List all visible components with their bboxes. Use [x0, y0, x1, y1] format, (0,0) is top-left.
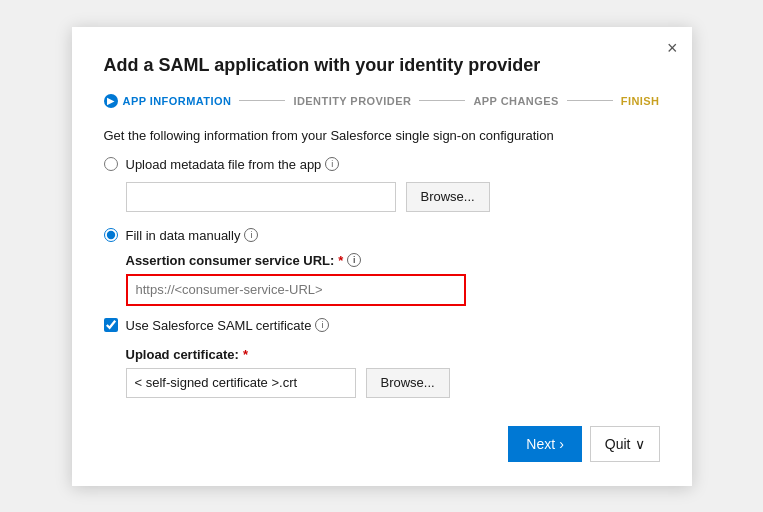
step-line-1: [239, 100, 285, 101]
dialog-footer: Next › Quit ∨: [104, 426, 660, 462]
cert-file-input[interactable]: [126, 368, 356, 398]
cert-checkbox-info-icon: i: [315, 318, 329, 332]
dialog-title: Add a SAML application with your identit…: [104, 55, 660, 76]
step-circle-app-information: ▶: [104, 94, 118, 108]
step-app-changes: APP CHANGES: [473, 95, 558, 107]
manual-radio[interactable]: [104, 228, 118, 242]
manual-radio-option: Fill in data manually i: [104, 228, 660, 243]
assertion-url-input[interactable]: [126, 274, 466, 306]
stepper: ▶ APP INFORMATION IDENTITY PROVIDER APP …: [104, 94, 660, 108]
step-identity-provider: IDENTITY PROVIDER: [293, 95, 411, 107]
step-label-finish: FINISH: [621, 95, 660, 107]
manual-radio-label[interactable]: Fill in data manually i: [126, 228, 259, 243]
manual-info-icon: i: [244, 228, 258, 242]
assertion-required-star: *: [338, 253, 343, 268]
salesforce-cert-checkbox-row: Use Salesforce SAML certificate i: [104, 318, 660, 333]
cert-browse-button[interactable]: Browse...: [366, 368, 450, 398]
upload-cert-label: Upload certificate: *: [126, 347, 660, 362]
quit-button[interactable]: Quit ∨: [590, 426, 660, 462]
step-line-3: [567, 100, 613, 101]
step-finish: FINISH: [621, 95, 660, 107]
cert-file-row: Browse...: [126, 368, 660, 398]
upload-radio-label[interactable]: Upload metadata file from the app i: [126, 157, 340, 172]
cert-required-star: *: [243, 347, 248, 362]
step-app-information: ▶ APP INFORMATION: [104, 94, 232, 108]
salesforce-cert-checkbox[interactable]: [104, 318, 118, 332]
upload-radio-option: Upload metadata file from the app i: [104, 157, 660, 172]
upload-cert-field-group: Upload certificate: * Browse...: [126, 347, 660, 398]
step-line-2: [419, 100, 465, 101]
assertion-field-group: Assertion consumer service URL: * i: [126, 253, 660, 306]
assertion-info-icon: i: [347, 253, 361, 267]
next-button[interactable]: Next ›: [508, 426, 581, 462]
step-label-app-changes: APP CHANGES: [473, 95, 558, 107]
step-label-identity-provider: IDENTITY PROVIDER: [293, 95, 411, 107]
file-input-row: Browse...: [126, 182, 660, 212]
assertion-field-label: Assertion consumer service URL: * i: [126, 253, 660, 268]
metadata-file-input[interactable]: [126, 182, 396, 212]
info-text: Get the following information from your …: [104, 128, 660, 143]
salesforce-cert-label[interactable]: Use Salesforce SAML certificate i: [126, 318, 330, 333]
upload-info-icon: i: [325, 157, 339, 171]
metadata-browse-button[interactable]: Browse...: [406, 182, 490, 212]
saml-dialog: × Add a SAML application with your ident…: [72, 27, 692, 486]
step-label-app-information: APP INFORMATION: [123, 95, 232, 107]
close-button[interactable]: ×: [667, 39, 678, 57]
upload-radio[interactable]: [104, 157, 118, 171]
